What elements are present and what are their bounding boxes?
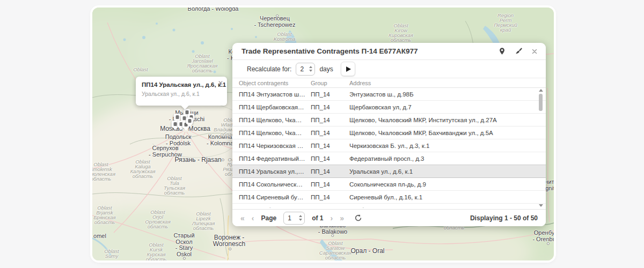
cell-object-contragents: ПП14 Щелково, Чкаловский МКР, Бахчивандж… xyxy=(239,130,311,136)
recalculate-toolbar: Recalculate for: days xyxy=(232,60,546,78)
page-label: Page xyxy=(261,214,276,222)
next-page-button[interactable]: › xyxy=(331,214,333,222)
cell-address: Уральская ул., д.6, к.1 xyxy=(349,168,546,175)
map-popup: ПП14 Уральская ул., д.6, к.1 Уральская у… xyxy=(136,77,227,106)
cell-group: ПП_14 xyxy=(311,130,349,136)
cell-object-contragents: ПП14 Сиреневый бул., д.16, к.1 xyxy=(239,194,311,200)
table-row[interactable]: ПП14 Свободный просп., д.33ПП_14Свободны… xyxy=(232,204,546,208)
popup-subtitle: Уральская ул., д.6, к.1 xyxy=(136,90,227,98)
days-unit-label: days xyxy=(319,65,333,73)
prev-page-button[interactable]: ‹ xyxy=(252,214,254,222)
cell-group: ПП_14 xyxy=(311,194,349,200)
cell-group: ПП_14 xyxy=(311,207,349,209)
table-row[interactable]: ПП14 Федеративный просп., д.3ПП_14Федера… xyxy=(232,152,546,165)
cell-address: Черкизовская Б. ул., д.3, к.1 xyxy=(349,143,546,149)
cell-address: Федеративный просп., д.3 xyxy=(349,155,546,162)
displaying-status: Displaying 1 - 50 of 50 xyxy=(470,214,538,222)
run-recalculate-button[interactable] xyxy=(341,62,355,76)
cell-object-contragents: ПП14 Черкизовская Б. ул., д.3, к.1 xyxy=(239,143,311,149)
cell-group: ПП_14 xyxy=(311,117,349,123)
table-row[interactable]: ПП14 Уральская ул., д.6, к.1ПП_14Уральск… xyxy=(232,165,546,178)
show-on-map-pin-icon[interactable] xyxy=(498,47,506,55)
table-row[interactable]: ПП14 Энтузиастов ш., д.98БПП_14Энтузиаст… xyxy=(232,88,546,101)
map-marker-pin[interactable] xyxy=(186,117,193,124)
cell-address: Щербаковская ул, д.7 xyxy=(349,104,546,110)
cell-object-contragents: ПП14 Свободный просп., д.33 xyxy=(239,207,311,209)
column-group[interactable]: Group xyxy=(311,80,349,86)
close-icon[interactable] xyxy=(531,48,538,55)
clear-brush-icon[interactable] xyxy=(514,47,523,56)
cell-address: Энтузиастов ш., д.98Б xyxy=(349,91,546,98)
table-row[interactable]: ПП14 Сиреневый бул., д.16, к.1ПП_14Сирен… xyxy=(232,191,546,204)
table-row[interactable]: ПП14 Черкизовская Б. ул., д.3, к.1ПП_14Ч… xyxy=(232,139,546,152)
grid-scrollbar[interactable] xyxy=(538,88,544,209)
scroll-down-icon[interactable] xyxy=(539,204,543,207)
days-stepper[interactable] xyxy=(296,63,315,76)
cell-object-contragents: ПП14 Энтузиастов ш., д.98Б xyxy=(239,91,311,98)
cell-object-contragents: ПП14 Уральская ул., д.6, к.1 xyxy=(239,168,311,175)
scrollbar-thumb[interactable] xyxy=(539,94,543,111)
cell-group: ПП_14 xyxy=(311,143,349,149)
popup-title: ПП14 Уральская ул., д.6, к.1 xyxy=(136,77,227,90)
map-canvas[interactable]: Вологда - WologdaЧереповец- Tscherepowez… xyxy=(92,8,554,260)
cell-address: Свободный просп., д.33 xyxy=(349,207,546,209)
popup-close-icon[interactable]: ✕ xyxy=(218,80,223,86)
cell-object-contragents: ПП14 Федеративный просп., д.3 xyxy=(239,155,311,162)
cell-address: Сиреневый бул., д.16, к.1 xyxy=(349,194,546,200)
grid-header: Object contragents Group Address xyxy=(232,78,546,88)
stepper-arrows-icon[interactable] xyxy=(309,63,312,76)
page-stepper[interactable] xyxy=(283,212,305,225)
table-row[interactable]: ПП14 Щелково, Чкаловский МКР, Институтск… xyxy=(232,114,546,126)
page-of-label: of 1 xyxy=(312,214,323,222)
table-row[interactable]: ПП14 Щербаковская ул, д.7ПП_14Щербаковск… xyxy=(232,101,546,114)
map-marker-pin[interactable] xyxy=(174,114,181,121)
refresh-icon[interactable] xyxy=(354,214,362,222)
column-address[interactable]: Address xyxy=(349,80,546,86)
play-icon xyxy=(346,66,351,72)
panel-header: Trade Representative Contragents П-14 Е6… xyxy=(232,43,546,60)
panel-title: Trade Representative Contragents П-14 Е6… xyxy=(241,47,418,55)
cell-group: ПП_14 xyxy=(311,181,349,188)
cell-address: Щелково, Чкаловский МКР, Институтская ул… xyxy=(349,117,546,123)
column-object-contragents[interactable]: Object contragents xyxy=(239,80,311,86)
cell-object-contragents: ПП14 Щербаковская ул, д.7 xyxy=(239,104,311,110)
scroll-up-icon[interactable] xyxy=(539,89,543,92)
grid-rows: ПП14 Энтузиастов ш., д.98БПП_14Энтузиаст… xyxy=(232,88,546,208)
recalculate-label: Recalculate for: xyxy=(247,65,291,73)
cell-group: ПП_14 xyxy=(311,168,349,175)
cell-address: Щелково, Чкаловский МКР, Бахчиванджи ул.… xyxy=(349,130,546,136)
pagination-bar: « ‹ Page of 1 › » Displaying 1 - 50 of 5… xyxy=(232,209,546,226)
last-page-button[interactable]: » xyxy=(340,214,344,222)
table-row[interactable]: ПП14 Сокольническая пл-дь, д.9ПП_14Сокол… xyxy=(232,178,546,191)
cell-group: ПП_14 xyxy=(311,104,349,110)
cell-object-contragents: ПП14 Щелково, Чкаловский МКР, Институтск… xyxy=(239,117,311,123)
results-panel: Trade Representative Contragents П-14 Е6… xyxy=(232,43,546,226)
page-stepper-arrows-icon[interactable] xyxy=(299,212,302,225)
table-row[interactable]: ПП14 Щелково, Чкаловский МКР, Бахчивандж… xyxy=(232,126,546,139)
first-page-button[interactable]: « xyxy=(240,214,245,222)
cell-group: ПП_14 xyxy=(311,91,349,98)
cell-group: ПП_14 xyxy=(311,155,349,162)
cell-address: Сокольническая пл-дь, д.9 xyxy=(349,181,546,188)
cell-object-contragents: ПП14 Сокольническая пл-дь, д.9 xyxy=(239,181,311,188)
